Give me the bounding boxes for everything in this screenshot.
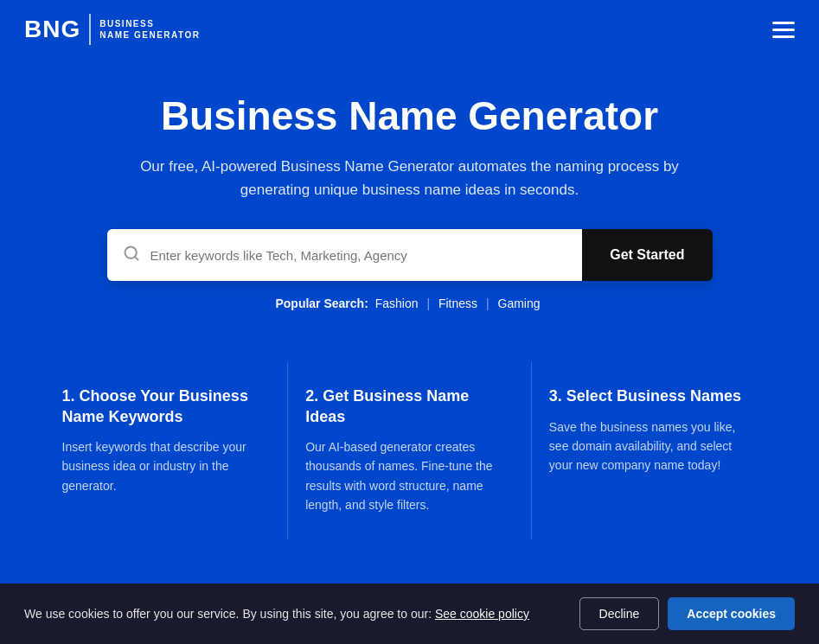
site-header: BNG BUSINESS NAME GENERATOR <box>0 0 819 59</box>
svg-line-1 <box>134 257 138 260</box>
logo-bng-text: BNG <box>24 16 80 43</box>
separator-1: | <box>426 296 430 310</box>
keyword-search-input[interactable] <box>150 231 567 280</box>
cookie-policy-link[interactable]: See cookie policy <box>435 607 529 621</box>
step-1-title: 1. Choose Your Business Name Keywords <box>62 386 264 427</box>
get-started-button[interactable]: Get Started <box>582 229 712 281</box>
step-card-3: 3. Select Business Names Save the busine… <box>532 362 775 539</box>
search-icon <box>123 245 140 266</box>
step-card-2: 2. Get Business Name Ideas Our AI-based … <box>288 362 532 539</box>
step-2-description: Our AI-based generator creates thousands… <box>305 437 507 515</box>
step-1-description: Insert keywords that describe your busin… <box>62 437 264 495</box>
cookie-message: We use cookies to offer you our service.… <box>24 607 566 621</box>
search-bar: Get Started <box>107 229 713 281</box>
step-3-description: Save the business names you like, see do… <box>549 418 751 475</box>
separator-2: | <box>486 296 489 310</box>
popular-search-fashion[interactable]: Fashion <box>375 296 419 310</box>
cookie-buttons: Decline Accept cookies <box>579 597 795 630</box>
logo-divider <box>89 14 91 45</box>
popular-search-fitness[interactable]: Fitness <box>438 296 477 310</box>
hamburger-menu-icon[interactable] <box>772 22 795 38</box>
step-2-title: 2. Get Business Name Ideas <box>305 386 507 427</box>
popular-search-gaming[interactable]: Gaming <box>498 296 541 310</box>
accept-cookies-button[interactable]: Accept cookies <box>668 597 795 630</box>
step-3-title: 3. Select Business Names <box>549 386 751 406</box>
hero-subtitle: Our free, AI-powered Business Name Gener… <box>116 155 704 201</box>
cookie-banner: We use cookies to offer you our service.… <box>0 583 819 644</box>
popular-search: Popular Search: Fashion | Fitness | Gami… <box>104 296 715 310</box>
hero-title: Business Name Generator <box>104 93 715 139</box>
decline-button[interactable]: Decline <box>579 597 660 630</box>
logo[interactable]: BNG BUSINESS NAME GENERATOR <box>24 14 200 45</box>
steps-section: 1. Choose Your Business Name Keywords In… <box>21 362 799 539</box>
logo-subtitle: BUSINESS NAME GENERATOR <box>99 18 200 41</box>
popular-search-label: Popular Search: <box>275 296 368 310</box>
search-input-area <box>107 229 583 281</box>
step-card-1: 1. Choose Your Business Name Keywords In… <box>45 362 289 539</box>
hero-section: Business Name Generator Our free, AI-pow… <box>0 59 819 362</box>
